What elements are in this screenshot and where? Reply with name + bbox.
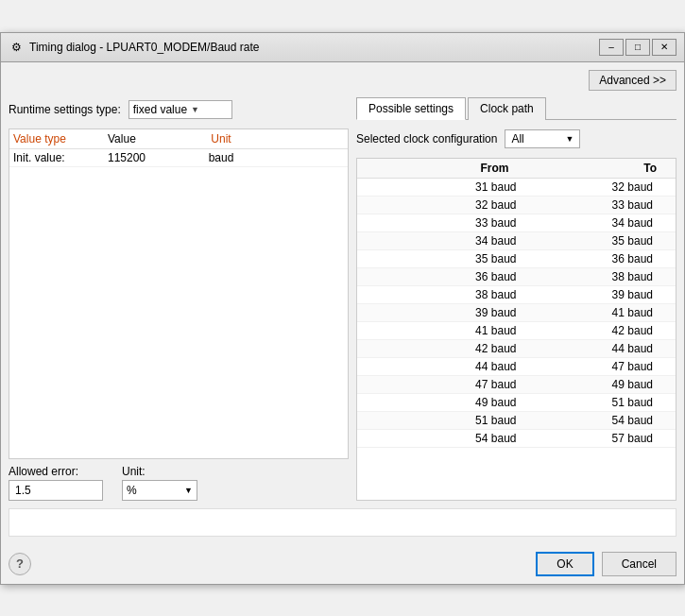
from-value: 47 baud [361, 378, 517, 391]
value-table: Value type Value Unit Init. value: 11520… [9, 128, 349, 459]
help-button[interactable]: ? [9, 553, 31, 575]
settings-row: 35 baud 36 baud [357, 250, 676, 268]
from-value: 51 baud [361, 414, 517, 427]
col-from-header: From [361, 162, 509, 175]
close-button[interactable]: ✕ [652, 39, 676, 56]
unit-select[interactable]: % ▼ [122, 480, 197, 501]
dialog-content: Advanced >> Runtime settings type: fixed… [1, 62, 684, 544]
ok-button[interactable]: OK [536, 552, 593, 576]
init-extra [259, 151, 344, 164]
left-panel: Runtime settings type: fixed value ▼ Val… [9, 96, 349, 501]
from-value: 35 baud [361, 252, 517, 265]
col-unit-header: Unit [183, 132, 259, 145]
from-value: 32 baud [361, 198, 517, 212]
settings-row: 49 baud 51 baud [357, 394, 676, 412]
settings-row: 36 baud 38 baud [357, 268, 676, 286]
minimize-button[interactable]: – [599, 39, 624, 56]
from-value: 49 baud [361, 396, 517, 409]
to-value: 49 baud [517, 378, 673, 391]
from-value: 39 baud [361, 306, 517, 319]
clock-config-row: Selected clock configuration All ▼ [356, 126, 676, 152]
settings-row: 42 baud 44 baud [357, 340, 676, 358]
runtime-row: Runtime settings type: fixed value ▼ [9, 96, 349, 123]
allowed-section: Allowed error: Unit: % ▼ [9, 465, 349, 501]
from-value: 34 baud [361, 234, 517, 248]
unit-label: Unit: [122, 465, 197, 478]
allowed-error-group: Allowed error: [9, 465, 103, 501]
runtime-select-value: fixed value [133, 103, 187, 116]
init-label: Init. value: [13, 151, 108, 164]
settings-row: 34 baud 35 baud [357, 232, 676, 250]
col-to-header: To [509, 162, 658, 175]
table-row: Init. value: 115200 baud [9, 149, 348, 167]
scrollbar-space [657, 162, 672, 175]
to-value: 54 baud [517, 414, 673, 427]
to-value: 38 baud [517, 270, 673, 283]
from-value: 42 baud [361, 342, 517, 355]
from-value: 44 baud [361, 360, 517, 373]
main-window: ⚙ Timing dialog - LPUART0_MODEM/Baud rat… [0, 32, 685, 585]
settings-row: 44 baud 47 baud [357, 358, 676, 376]
to-value: 51 baud [517, 396, 673, 409]
to-value: 33 baud [517, 198, 673, 212]
settings-row: 39 baud 41 baud [357, 304, 676, 322]
to-value: 34 baud [517, 216, 673, 230]
footer-right: OK Cancel [536, 552, 676, 576]
value-table-header: Value type Value Unit [9, 129, 348, 149]
to-value: 41 baud [517, 306, 673, 319]
to-value: 57 baud [517, 432, 673, 445]
settings-row: 51 baud 54 baud [357, 412, 676, 430]
top-row: Advanced >> [9, 70, 676, 91]
clock-config-select[interactable]: All ▼ [505, 129, 580, 148]
footer: ? OK Cancel [1, 544, 684, 584]
from-value: 38 baud [361, 288, 517, 301]
unit-group: Unit: % ▼ [122, 465, 197, 501]
to-value: 32 baud [517, 180, 673, 194]
from-value: 36 baud [361, 270, 517, 283]
title-bar-buttons: – □ ✕ [599, 39, 676, 56]
to-value: 42 baud [517, 324, 673, 337]
to-value: 36 baud [517, 252, 673, 265]
col-extra-header [259, 132, 344, 145]
runtime-select-arrow-icon: ▼ [191, 105, 199, 114]
settings-table-body[interactable]: 31 baud 32 baud 32 baud 33 baud 33 baud … [357, 179, 676, 448]
runtime-select[interactable]: fixed value ▼ [128, 100, 232, 119]
init-unit: baud [183, 151, 259, 164]
col-value-header: Value [108, 132, 183, 145]
window-icon: ⚙ [9, 40, 24, 55]
help-icon: ? [16, 556, 24, 571]
settings-table: From To 31 baud 32 baud 32 baud 33 baud … [356, 158, 676, 501]
settings-row: 32 baud 33 baud [357, 197, 676, 214]
clock-config-arrow-icon: ▼ [566, 134, 574, 144]
settings-row: 41 baud 42 baud [357, 322, 676, 340]
title-bar: ⚙ Timing dialog - LPUART0_MODEM/Baud rat… [1, 33, 684, 62]
tab-possible-settings[interactable]: Possible settings [356, 97, 466, 120]
from-value: 33 baud [361, 216, 517, 230]
from-value: 54 baud [361, 432, 517, 445]
allowed-error-input[interactable] [9, 480, 103, 501]
settings-row: 47 baud 49 baud [357, 376, 676, 394]
col-value-type-header: Value type [13, 132, 108, 145]
clock-config-label: Selected clock configuration [356, 132, 497, 145]
unit-select-arrow-icon: ▼ [184, 486, 193, 495]
maximize-button[interactable]: □ [625, 39, 650, 56]
init-value: 115200 [108, 151, 183, 164]
advanced-button[interactable]: Advanced >> [589, 70, 676, 91]
from-value: 41 baud [361, 324, 517, 337]
from-value: 31 baud [361, 180, 517, 194]
to-value: 47 baud [517, 360, 673, 373]
cancel-button[interactable]: Cancel [602, 552, 676, 576]
settings-row: 54 baud 57 baud [357, 430, 676, 448]
footer-left: ? [9, 553, 31, 575]
settings-row: 33 baud 34 baud [357, 214, 676, 232]
status-bar [9, 508, 676, 537]
tabs: Possible settings Clock path [356, 96, 676, 120]
right-panel: Possible settings Clock path Selected cl… [356, 96, 676, 501]
settings-row: 31 baud 32 baud [357, 179, 676, 197]
window-title: Timing dialog - LPUART0_MODEM/Baud rate [29, 41, 593, 54]
settings-row: 38 baud 39 baud [357, 286, 676, 304]
to-value: 39 baud [517, 288, 673, 301]
tab-clock-path[interactable]: Clock path [468, 97, 546, 120]
runtime-label: Runtime settings type: [9, 103, 121, 116]
main-area: Runtime settings type: fixed value ▼ Val… [9, 96, 676, 501]
